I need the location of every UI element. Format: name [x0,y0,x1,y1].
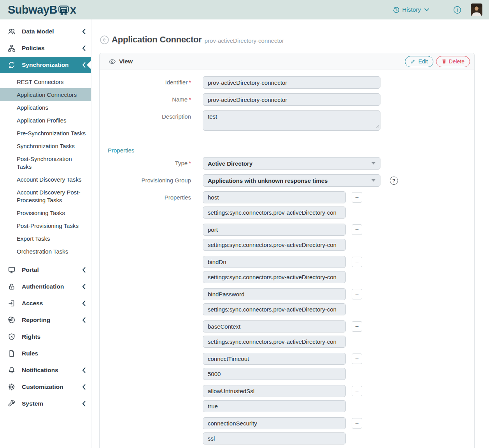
sidebar-subitem-export-tasks[interactable]: Export Tasks [0,232,91,245]
view-panel: View Edit [99,53,475,448]
identifier-row: Identifier* [100,76,474,89]
property-pair-connectionsecurity: − [203,417,362,444]
description-label: Description [100,110,203,131]
sidebar-subitem-pre-synchronization-tasks[interactable]: Pre-Synchronization Tasks [0,127,91,140]
remove-property-button[interactable]: − [352,418,362,429]
property-value-input[interactable] [203,206,346,219]
users-icon [8,28,16,35]
property-value-input[interactable] [203,239,346,251]
sidebar-subitem-rest-connectors[interactable]: REST Connectors [0,75,91,88]
property-value-input[interactable] [203,271,346,283]
sidebar-item-label: System [22,400,43,407]
remove-property-button[interactable]: − [352,192,362,203]
chevron-down-icon [424,8,429,11]
sidebar-item-reporting[interactable]: Reporting [0,312,91,328]
edit-button[interactable]: Edit [405,56,433,67]
remove-property-button[interactable]: − [352,386,362,396]
property-value-input[interactable] [203,432,346,444]
remove-property-button[interactable]: − [352,224,362,235]
description-row: Description [100,110,474,131]
subwaybox-logo[interactable]: SubwayB x [8,4,76,16]
identifier-input[interactable] [203,76,380,89]
description-textarea[interactable] [203,110,380,131]
property-key-input[interactable] [203,191,346,203]
property-pair-basecontext: − [203,320,362,348]
delete-button[interactable]: Delete [436,56,470,67]
required-asterisk: * [189,96,191,103]
type-select-value: Active Directory [208,160,252,167]
sidebar-item-authentication[interactable]: Authentication [0,278,91,295]
remove-property-button[interactable]: − [352,321,362,332]
lock-icon [8,283,16,290]
chevron-left-icon [82,284,86,289]
sidebar-subitem-application-connectors[interactable]: Application Connectors [0,88,91,101]
sidebar-subitem-post-synchronization-tasks[interactable]: Post-Synchronization Tasks [0,152,91,173]
sidebar-item-policies[interactable]: Policies [0,40,91,56]
property-value-input[interactable] [203,303,346,315]
sidebar-item-portal[interactable]: Portal [0,262,91,278]
info-icon[interactable] [453,6,461,14]
header-actions: History [393,4,482,16]
property-value-input[interactable] [203,368,346,380]
delete-button-label: Delete [449,58,464,65]
remove-property-button[interactable]: − [352,354,362,364]
monitor-icon [8,266,16,274]
history-icon [393,7,400,13]
history-dropdown[interactable]: History [393,6,429,13]
name-input[interactable] [203,93,380,106]
property-key-input[interactable] [203,320,346,332]
sidebar-item-rules[interactable]: Rules [0,345,91,362]
sidebar-subitem-account-discovery-post-processing-tasks[interactable]: Account Discovery Post-Processing Tasks [0,186,91,206]
sidebar-subitem-applications[interactable]: Applications [0,101,91,114]
sidebar-item-notifications[interactable]: Notifications [0,362,91,378]
property-pair-host: − [203,191,362,219]
provisioning-group-select[interactable]: Applications with unknown response times [203,174,380,187]
help-icon[interactable]: ? [390,177,398,185]
pie-icon [8,316,16,324]
user-avatar[interactable] [471,4,482,16]
sidebar-item-data-model[interactable]: Data Model [0,23,91,40]
sidebar-item-system[interactable]: System [0,396,91,412]
property-key-input[interactable] [203,224,346,236]
sidebar-subitem-account-discovery-tasks[interactable]: Account Discovery Tasks [0,173,91,186]
chevron-left-icon [82,46,86,51]
property-value-input[interactable] [203,400,346,412]
sidebar-subitem-application-profiles[interactable]: Application Profiles [0,114,91,127]
view-panel-body: Identifier* Name* Description [100,70,474,448]
sidebar: Data ModelPoliciesSynchronizationREST Co… [0,19,91,448]
sidebar-item-customization[interactable]: Customization [0,379,91,395]
sidebar-item-label: Access [22,300,43,307]
back-arrow-icon[interactable] [100,35,109,44]
provisioning-group-row: Provisioning Group Applications with unk… [100,174,474,187]
resize-grip-icon[interactable] [376,122,379,130]
property-pair-bindpassword: − [203,288,362,315]
property-key-input[interactable] [203,417,346,429]
remove-property-button[interactable]: − [352,257,362,267]
chevron-left-icon [82,267,86,273]
sidebar-item-synchronization[interactable]: Synchronization [0,57,91,73]
page-header: Application Connector prov-activeDirecto… [100,34,475,45]
sidebar-subitem-post-provisioning-tasks[interactable]: Post-Provisioning Tasks [0,219,91,232]
provisioning-group-label: Provisioning Group [100,174,203,187]
page-title: Application Connector [112,35,202,45]
property-key-input[interactable] [203,353,346,365]
chevron-left-icon [82,62,86,68]
name-label: Name* [100,93,203,106]
bell-icon [8,366,16,374]
property-key-input[interactable] [203,288,346,300]
sidebar-subitem-synchronization-tasks[interactable]: Synchronization Tasks [0,140,91,152]
property-value-input[interactable] [203,336,346,348]
type-select[interactable]: Active Directory [203,157,380,170]
property-key-input[interactable] [203,256,346,268]
properties-list-row: Properties −−−−−−−− [100,191,474,448]
sidebar-subitem-orchestration-tasks[interactable]: Orchestration Tasks [0,245,91,258]
app-header: SubwayB x History [0,0,489,19]
property-pair-port: − [203,224,362,251]
sidebar-subitem-provisioning-tasks[interactable]: Provisioning Tasks [0,206,91,219]
properties-list: −−−−−−−− [203,191,362,448]
remove-property-button[interactable]: − [352,289,362,299]
property-key-input[interactable] [203,385,346,397]
sidebar-item-access[interactable]: Access [0,295,91,312]
sidebar-item-rights[interactable]: Rights [0,329,91,345]
view-panel-header: View Edit [100,53,474,70]
